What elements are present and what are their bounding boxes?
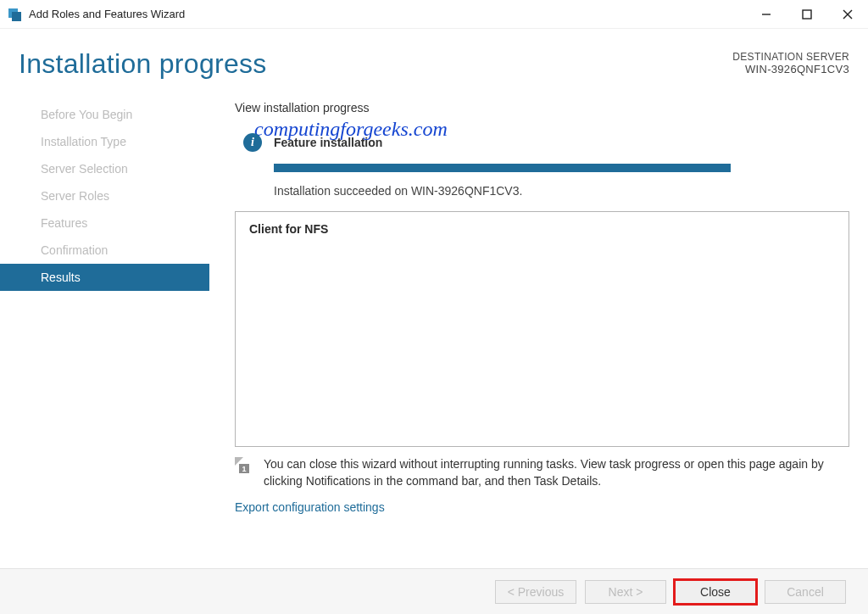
close-button[interactable]: Close (675, 580, 756, 604)
svg-rect-1 (12, 12, 21, 21)
hint-badge: 1 (239, 464, 249, 473)
flag-icon: 1 (235, 457, 253, 476)
app-icon (7, 6, 24, 23)
titlebar: Add Roles and Features Wizard (0, 0, 868, 29)
cancel-button: Cancel (765, 580, 846, 604)
sidebar-item-server-selection: Server Selection (19, 155, 209, 182)
status-row: i Feature installation (243, 133, 849, 152)
hint-row: 1 You can close this wizard without inte… (235, 455, 849, 490)
minimize-button[interactable] (746, 0, 787, 28)
section-label: View installation progress (235, 101, 849, 114)
content: Installation progress DESTINATION SERVER… (0, 29, 868, 568)
window-close-button[interactable] (827, 0, 868, 28)
export-configuration-link[interactable]: Export configuration settings (235, 500, 385, 514)
result-text: Installation succeeded on WIN-3926QNF1CV… (274, 184, 849, 198)
hint-text: You can close this wizard without interr… (264, 455, 849, 490)
sidebar-item-features: Features (19, 209, 209, 237)
next-button: Next > (585, 580, 666, 604)
main-panel: View installation progress i Feature ins… (209, 87, 849, 568)
sidebar-item-results: Results (0, 264, 209, 291)
page-title: Installation progress (19, 49, 732, 79)
wizard-sidebar: Before You Begin Installation Type Serve… (19, 87, 209, 568)
progress-bar (274, 164, 731, 172)
maximize-button[interactable] (787, 0, 827, 28)
destination-server: DESTINATION SERVER WIN-3926QNF1CV3 (732, 51, 849, 75)
destination-server-name: WIN-3926QNF1CV3 (732, 63, 849, 75)
sidebar-item-before-you-begin: Before You Begin (19, 101, 209, 128)
previous-button: < Previous (495, 580, 576, 604)
status-title: Feature installation (274, 136, 382, 149)
window-title: Add Roles and Features Wizard (29, 8, 746, 20)
details-box: Client for NFS (235, 211, 849, 447)
feature-name: Client for NFS (249, 222, 835, 236)
destination-label: DESTINATION SERVER (732, 51, 849, 63)
info-icon: i (243, 133, 262, 152)
sidebar-item-server-roles: Server Roles (19, 182, 209, 209)
sidebar-item-confirmation: Confirmation (19, 237, 209, 264)
sidebar-item-installation-type: Installation Type (19, 128, 209, 155)
svg-rect-3 (803, 10, 811, 19)
button-bar: < Previous Next > Close Cancel (0, 568, 868, 614)
